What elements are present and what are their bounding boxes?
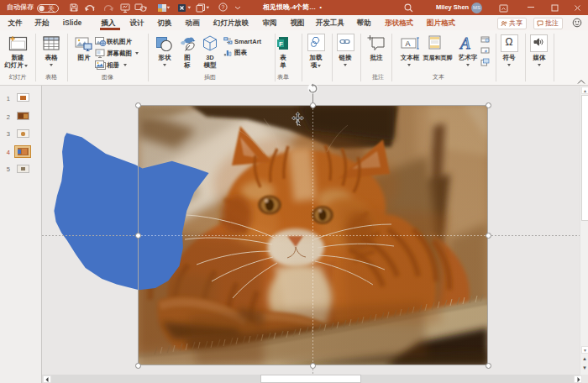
svg-text:关: 关 [48, 5, 55, 13]
svg-text:?: ? [221, 4, 224, 10]
svg-text:A: A [459, 34, 470, 51]
svg-text:#: # [485, 49, 487, 54]
svg-text:A: A [406, 39, 411, 48]
svg-text:F: F [279, 40, 283, 48]
